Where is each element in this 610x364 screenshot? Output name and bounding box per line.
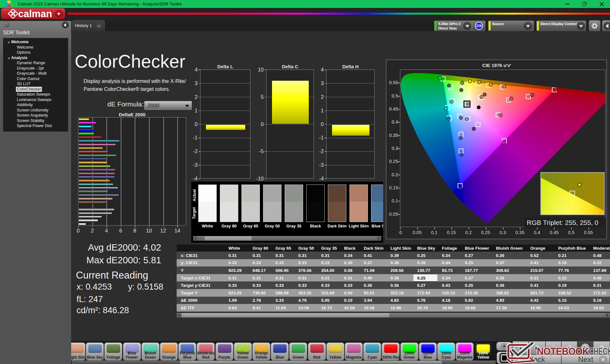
table-cell--e-itp-moderate-red[interactable]: 18.55: [589, 304, 610, 312]
table-cell--e-itp-gray-35[interactable]: 16.73: [317, 304, 340, 312]
bottom-scrollbar-track[interactable]: [72, 361, 496, 364]
table-cell--e-itp-light-skin[interactable]: 16.98: [386, 304, 413, 312]
calman-menu-button[interactable]: calman: [1, 8, 65, 19]
sidebar-item-screen-uniformity[interactable]: Screen Uniformity: [3, 108, 68, 113]
table-cell-target-y-cie31-bluish-green[interactable]: 0.36: [492, 281, 526, 289]
table-cell-y-cie31-orange[interactable]: 0.41: [526, 259, 554, 267]
expander-icon[interactable]: [7, 41, 10, 43]
table-cell-x-cie31-black[interactable]: 0.34: [340, 252, 360, 259]
table-cell-target-y-cie31-purplish-blue[interactable]: 0.19: [554, 281, 589, 289]
patch-button-yellow-green[interactable]: YellowGreen: [234, 342, 252, 361]
expand-up-button[interactable]: [496, 342, 512, 351]
table-cell--e-2000-gray-50[interactable]: 4.76: [294, 297, 317, 304]
patch-button-purplish-blue[interactable]: PurplishBlue: [178, 342, 196, 361]
table-cell-x-cie31-orange[interactable]: 0.52: [526, 252, 554, 259]
table-cell-target-x-cie31-moderate-red[interactable]: 0.46: [589, 274, 610, 282]
table-cell--e-2000-dark-skin[interactable]: 3.94: [360, 297, 386, 304]
table-cell-target-x-cie31-black[interactable]: 0.31: [340, 274, 360, 282]
table-cell-target-y-purplish-blue[interactable]: 108.52: [554, 289, 589, 297]
table-cell--e-itp-gray-65[interactable]: 11.65: [271, 304, 294, 312]
table-cell-target-x-cie31-orange[interactable]: 0.51: [526, 274, 554, 282]
table-cell-target-x-cie31-dark-skin[interactable]: 0.40: [360, 274, 386, 282]
patch-button-moderate-red[interactable]: ModerateRed: [197, 342, 215, 361]
table-cell-target-x-cie31-blue-flower[interactable]: 0.27: [461, 274, 492, 282]
table-cell-target-x-cie31-purplish-blue[interactable]: 0.22: [554, 274, 589, 282]
table-cell-target-y-moderate-red[interactable]: 172.43: [589, 289, 610, 297]
table-cell-y-black[interactable]: 0.08: [340, 266, 360, 274]
swatch-strip-scrollbar-thumb[interactable]: [205, 236, 252, 240]
table-cell-target-x-cie31-white[interactable]: 0.31: [224, 274, 248, 282]
table-cell--e-itp-black[interactable]: 42.58: [340, 304, 360, 312]
sidebar-item-dynamic-range[interactable]: Dynamic Range: [3, 60, 68, 66]
table-cell--e-2000-blue-flower[interactable]: 5.62: [461, 297, 492, 304]
table-cell-y-cie31-gray-35[interactable]: 0.33: [317, 259, 340, 267]
patch-button-100-red[interactable]: 100% Red: [382, 342, 400, 361]
patch-button-100-yellow[interactable]: 100%Yellow: [474, 342, 492, 361]
patch-button-red[interactable]: Red: [308, 342, 326, 361]
patch-button-orange[interactable]: Orange: [160, 342, 178, 361]
table-cell-target-y-black[interactable]: 0.00: [340, 289, 360, 297]
patch-button-bluish-green[interactable]: BluishGreen: [141, 342, 159, 361]
patch-button-100-green[interactable]: 100%Green: [400, 342, 418, 361]
sidebar-item-analysis-section[interactable]: Analysis: [3, 55, 68, 61]
table-cell-y-cie31-dark-skin[interactable]: 0.37: [360, 259, 386, 267]
table-cell-y-gray-65[interactable]: 506.95: [271, 266, 294, 274]
table-cell--e-2000-light-skin[interactable]: 4.83: [386, 297, 413, 304]
table-cell-target-x-cie31-gray-80[interactable]: 0.31: [248, 274, 271, 282]
table-cell--e-itp-blue-flower[interactable]: 18.68: [461, 304, 492, 312]
table-cell--e-2000-moderate-red[interactable]: 5.16: [589, 297, 610, 304]
patch-button-yellow[interactable]: Yellow: [326, 342, 344, 361]
patch-button-blue[interactable]: Blue: [271, 342, 289, 361]
table-cell-y-orange[interactable]: 215.07: [526, 266, 554, 274]
table-cell-target-y-white[interactable]: 923.29: [224, 289, 248, 297]
table-cell-target-y-cie31-orange[interactable]: 0.41: [526, 281, 554, 289]
sidebar-item-options[interactable]: Options: [3, 50, 68, 55]
stop-button[interactable]: [497, 352, 512, 364]
table-cell-target-y-bluish-green[interactable]: 386.61: [492, 289, 526, 297]
table-cell-target-y-blue-sky[interactable]: 172.64: [413, 289, 438, 297]
table-cell-target-y-cie31-gray-65[interactable]: 0.33: [271, 281, 294, 289]
table-cell-x-cie31-gray-50[interactable]: 0.31: [294, 252, 317, 259]
table-cell--e-itp-blue-sky[interactable]: 20.70: [413, 304, 438, 312]
table-cell--e-itp-gray-80[interactable]: 9.41: [248, 304, 271, 312]
table-cell--e-itp-purplish-blue[interactable]: 24.03: [554, 304, 589, 312]
table-cell-target-y-gray-35[interactable]: 315.69: [317, 289, 340, 297]
table-cell--e-2000-gray-80[interactable]: 2.78: [248, 297, 271, 304]
table-cell-x-cie31-gray-35[interactable]: 0.31: [317, 252, 340, 259]
table-scrollbar-track[interactable]: [177, 313, 610, 318]
table-cell-target-y-light-skin[interactable]: 322.18: [386, 289, 413, 297]
close-button[interactable]: [600, 2, 604, 6]
table-cell-y-cie31-purplish-blue[interactable]: 0.18: [554, 259, 589, 267]
patch-button-orange-yellow[interactable]: OrangeYellow: [252, 342, 270, 361]
table-cell-y-cie31-moderate-red[interactable]: 0.32: [589, 259, 610, 267]
swatch-strip-scrollbar-track[interactable]: [193, 236, 381, 241]
table-cell-target-y-cie31-blue-sky[interactable]: 0.27: [413, 281, 438, 289]
table-cell-x-cie31-blue-sky[interactable]: 0.25: [413, 252, 438, 259]
table-cell--e-itp-bluish-green[interactable]: 17.38: [492, 304, 526, 312]
table-cell-y-light-skin[interactable]: 259.56: [386, 266, 413, 274]
sidebar-item-grayscale-multi[interactable]: Grayscale - Multi: [3, 71, 68, 76]
sidebar-item-welcome-section[interactable]: Welcome: [3, 39, 68, 45]
table-cell-target-y-cie31-gray-50[interactable]: 0.33: [294, 281, 317, 289]
sidebar-item-welcome[interactable]: Welcome: [3, 45, 68, 50]
table-cell-x-cie31-gray-80[interactable]: 0.31: [248, 252, 271, 259]
table-cell-target-y-blue-flower[interactable]: 215.30: [461, 289, 492, 297]
table-cell-y-gray-50[interactable]: 376.56: [294, 266, 317, 274]
table-cell-target-y-cie31-light-skin[interactable]: 0.36: [386, 281, 413, 289]
display-control-dropdown[interactable]: Direct Display Control: [536, 21, 586, 31]
transport-button-4[interactable]: ↻: [577, 341, 593, 354]
transport-button-2[interactable]: [¨]: [546, 341, 561, 354]
table-cell-target-y-cie31-white[interactable]: 0.33: [224, 281, 248, 289]
table-cell--e-2000-gray-65[interactable]: 3.33: [271, 297, 294, 304]
table-cell-target-y-orange[interactable]: 261.73: [526, 289, 554, 297]
swatch-strip-scroll-left-button[interactable]: [193, 236, 198, 241]
table-cell-target-x-cie31-foliage[interactable]: 0.34: [438, 274, 461, 282]
table-cell-target-x-cie31-light-skin[interactable]: 0.38: [386, 274, 413, 282]
table-cell--e-itp-orange[interactable]: 16.90: [526, 304, 554, 312]
table-cell--e-itp-gray-50[interactable]: 14.59: [294, 304, 317, 312]
table-cell-y-cie31-gray-65[interactable]: 0.33: [271, 259, 294, 267]
sidebar-item-colorchecker[interactable]: ColorChecker: [3, 87, 68, 92]
next-button[interactable]: Next»: [561, 354, 610, 364]
table-scrollbar-thumb[interactable]: [182, 313, 389, 317]
table-cell-y-purplish-blue[interactable]: 77.76: [554, 266, 589, 274]
